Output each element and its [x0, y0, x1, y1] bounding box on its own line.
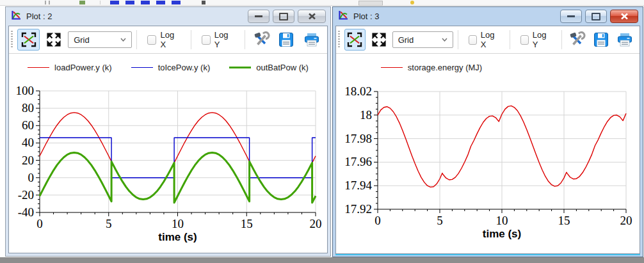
svg-text:17.96: 17.96: [344, 155, 372, 168]
svg-text:10: 10: [496, 214, 508, 227]
background-deco: [45, 1, 46, 4]
plot-area: loadPower.y (k) toIcePow.y (k) outBatPow…: [9, 54, 327, 253]
auto-scale-icon: [346, 31, 363, 48]
svg-text:20: 20: [310, 217, 322, 230]
background-deco: [202, 1, 205, 4]
svg-text:15: 15: [558, 214, 570, 227]
minimize-button[interactable]: [560, 10, 582, 23]
save-icon: [592, 31, 610, 49]
tools-icon: [568, 31, 586, 49]
svg-text:20: 20: [22, 154, 34, 167]
plot-window-3: Plot : 3: [332, 6, 643, 257]
svg-text:18.02: 18.02: [344, 84, 372, 98]
tools-icon: [252, 31, 270, 49]
print-button[interactable]: [300, 29, 323, 51]
log-x-checkbox[interactable]: [147, 35, 156, 45]
svg-text:15: 15: [241, 217, 253, 230]
background-deco: [172, 1, 181, 4]
close-button[interactable]: [610, 10, 638, 23]
legend-label: storage.energy (MJ): [408, 63, 482, 72]
svg-text:17.92: 17.92: [344, 202, 372, 216]
plot-legend: storage.energy (MJ): [280, 63, 583, 72]
svg-text:20: 20: [620, 214, 632, 227]
plot-canvas[interactable]: 0510152017.9217.9417.9617.981818.02time …: [336, 82, 641, 250]
plot-setup-button[interactable]: [250, 29, 273, 51]
auto-scale-button[interactable]: [344, 29, 366, 51]
titlebar[interactable]: Plot : 3: [335, 7, 640, 26]
svg-text:40: 40: [22, 136, 34, 149]
chevron-down-icon: [442, 38, 447, 42]
desktop-background: [0, 257, 644, 263]
background-deco: [79, 1, 85, 4]
svg-text:17.94: 17.94: [344, 179, 372, 192]
grid-mode-value: Grid: [74, 35, 90, 45]
save-icon: [277, 31, 295, 49]
toolbar-separator: [561, 30, 562, 49]
minimize-icon: [255, 15, 262, 17]
close-button[interactable]: [298, 10, 326, 23]
toolbar-separator: [510, 30, 510, 49]
svg-text:0: 0: [36, 217, 43, 230]
plot-canvas[interactable]: 05101520-40-20020406080100time (s): [9, 82, 328, 250]
printer-icon: [303, 31, 321, 49]
background-window-sliver: [0, 0, 644, 6]
background-deco: [358, 1, 383, 6]
background-deco: [125, 1, 134, 4]
save-button[interactable]: [590, 29, 612, 51]
svg-text:0: 0: [374, 214, 381, 227]
grid-mode-select[interactable]: Grid: [68, 31, 132, 48]
auto-scale-icon: [20, 31, 37, 48]
svg-text:0: 0: [28, 171, 35, 184]
background-deco: [100, 1, 101, 4]
maximize-icon: [592, 13, 600, 20]
pan-button[interactable]: [42, 29, 65, 51]
legend-item: storage.energy (MJ): [381, 63, 482, 72]
svg-text:5: 5: [106, 217, 112, 230]
toolbar-separator: [136, 30, 137, 49]
svg-text:60: 60: [22, 118, 34, 132]
background-deco: [156, 1, 165, 4]
svg-text:17.98: 17.98: [344, 132, 372, 145]
print-button[interactable]: [614, 29, 636, 51]
legend-line-sample: [131, 67, 153, 68]
plot-area: storage.energy (MJ) 0510152017.9217.9417…: [336, 54, 640, 253]
plot-toolbar: Grid Log X Log Y: [9, 26, 327, 54]
toolbar-drag-handle[interactable]: [11, 31, 13, 49]
app-plot-icon: [337, 10, 349, 24]
plot-window-2: Plot : 2: [5, 6, 331, 257]
legend-item: loadPower.y (k): [28, 63, 112, 72]
log-x-checkbox[interactable]: [469, 35, 477, 45]
grid-mode-select[interactable]: Grid: [392, 31, 453, 48]
log-y-checkbox[interactable]: [202, 35, 211, 45]
svg-text:10: 10: [172, 217, 184, 230]
toolbar-separator: [458, 30, 458, 49]
svg-text:80: 80: [22, 101, 34, 115]
svg-text:-40: -40: [18, 205, 34, 219]
log-x-label: Log X: [481, 30, 499, 49]
log-y-checkbox[interactable]: [520, 35, 529, 45]
printer-icon: [616, 31, 634, 49]
legend-line-sample: [28, 67, 49, 68]
log-x-label: Log X: [160, 30, 180, 49]
titlebar[interactable]: Plot : 2: [8, 7, 328, 26]
plot-setup-button[interactable]: [566, 29, 588, 51]
close-icon: [308, 13, 316, 20]
svg-text:100: 100: [16, 84, 35, 97]
minimize-button[interactable]: [248, 10, 270, 23]
log-y-label: Log Y: [533, 30, 551, 49]
svg-text:18: 18: [360, 108, 372, 122]
toolbar-drag-handle[interactable]: [338, 31, 340, 49]
close-icon: [620, 13, 629, 20]
background-deco: [49, 1, 50, 4]
log-y-label: Log Y: [214, 30, 234, 49]
chevron-down-icon: [120, 38, 126, 42]
legend-item: toIcePow.y (k): [131, 63, 211, 72]
save-button[interactable]: [275, 29, 298, 51]
auto-scale-button[interactable]: [17, 29, 40, 51]
maximize-button[interactable]: [585, 10, 607, 23]
legend-line-sample: [381, 67, 403, 68]
svg-text:-20: -20: [18, 188, 34, 202]
pan-button[interactable]: [368, 29, 390, 51]
svg-text:time (s): time (s): [483, 228, 521, 240]
maximize-button[interactable]: [273, 10, 294, 23]
